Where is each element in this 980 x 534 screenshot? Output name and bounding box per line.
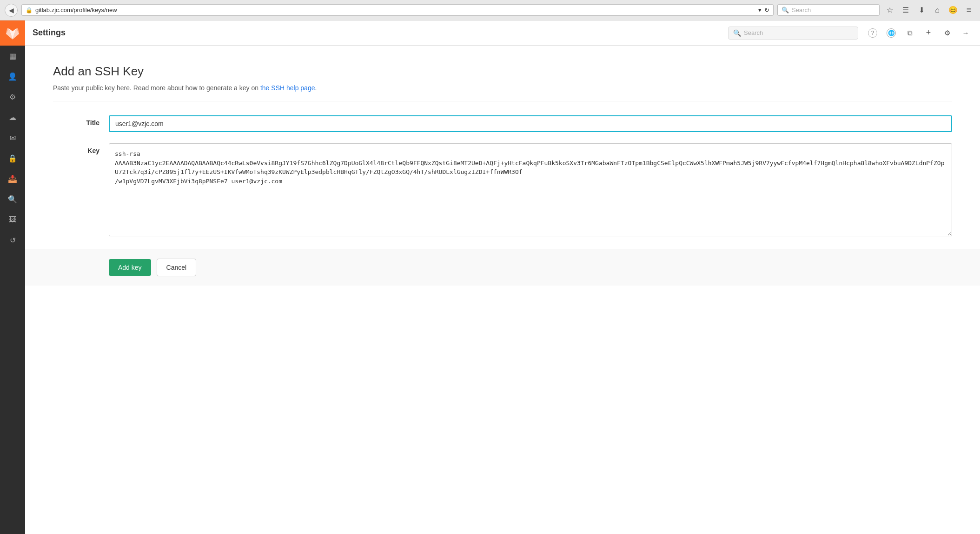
history-icon: ↺: [10, 236, 16, 245]
key-textarea[interactable]: [109, 143, 952, 236]
browser-search-placeholder: Search: [792, 7, 811, 13]
add-key-button[interactable]: Add key: [109, 259, 151, 276]
form-actions-wrapper: Add key Cancel: [25, 249, 980, 286]
refresh-icon[interactable]: ↻: [764, 7, 769, 13]
ssh-help-link[interactable]: the SSH help page: [260, 84, 315, 92]
gear-header-icon[interactable]: ⚙: [940, 26, 954, 40]
browser-toolbar: ☆ ☰ ⬇ ⌂ 😊 ≡: [883, 4, 975, 17]
browser-search-icon: 🔍: [781, 7, 789, 13]
page-header-title: Settings: [33, 28, 66, 38]
top-header: Settings 🔍 ? 🌐 ⧉ + ⚙ →: [25, 20, 980, 46]
search-icon: 🔍: [8, 195, 17, 204]
back-button[interactable]: ◀: [5, 4, 18, 17]
sidebar: ▦ 👤 ⚙ ☁ ✉ 🔒 📥 🔍 🖼 ↺: [0, 20, 25, 534]
download-icon[interactable]: ⬇: [915, 4, 928, 17]
help-circle: ?: [868, 28, 877, 38]
dropdown-icon[interactable]: ▾: [758, 7, 761, 13]
inbox-icon: 📥: [8, 174, 17, 183]
main-area: Settings 🔍 ? 🌐 ⧉ + ⚙ → Add an SSH Key: [25, 20, 980, 534]
dashboard-icon: ▦: [9, 52, 16, 60]
cloud-icon: ☁: [9, 113, 16, 122]
sidebar-item-cloud[interactable]: ☁: [0, 107, 25, 127]
mail-icon: ✉: [10, 134, 16, 142]
key-form-group: Key: [53, 143, 952, 238]
sidebar-item-search[interactable]: 🔍: [0, 189, 25, 209]
title-form-group: Title: [53, 115, 952, 132]
home-icon[interactable]: ⌂: [931, 4, 944, 17]
sidebar-item-profile[interactable]: 👤: [0, 66, 25, 87]
browser-chrome: ◀ 🔒 gitlab.zjc.com/profile/keys/new ▾ ↻ …: [0, 0, 980, 20]
sidebar-item-mail[interactable]: ✉: [0, 127, 25, 148]
list-icon[interactable]: ☰: [899, 4, 912, 17]
form-actions: Add key Cancel: [109, 259, 196, 276]
gitlab-logo-icon: [6, 26, 20, 40]
sidebar-item-inbox[interactable]: 📥: [0, 168, 25, 189]
copy-header-icon[interactable]: ⧉: [903, 26, 917, 40]
page-title: Add an SSH Key: [53, 64, 952, 79]
key-label: Key: [53, 143, 99, 154]
header-icons: ? 🌐 ⧉ + ⚙ →: [866, 26, 973, 40]
header-search[interactable]: 🔍: [728, 27, 858, 40]
page-subtitle: Paste your public key here. Read more ab…: [53, 84, 952, 101]
sidebar-item-settings[interactable]: ⚙: [0, 87, 25, 107]
header-search-input[interactable]: [744, 29, 853, 36]
image-icon: 🖼: [9, 215, 16, 224]
lock-icon: 🔒: [8, 154, 17, 163]
address-bar[interactable]: 🔒 gitlab.zjc.com/profile/keys/new ▾ ↻: [21, 4, 774, 16]
cancel-button[interactable]: Cancel: [157, 259, 197, 276]
profile-icon[interactable]: 😊: [947, 4, 960, 17]
app-layout: ▦ 👤 ⚙ ☁ ✉ 🔒 📥 🔍 🖼 ↺: [0, 20, 980, 534]
sidebar-item-image[interactable]: 🖼: [0, 209, 25, 230]
browser-search-bar[interactable]: 🔍 Search: [777, 4, 880, 16]
subtitle-text-before: Paste your public key here. Read more ab…: [53, 84, 260, 92]
sidebar-item-dashboard[interactable]: ▦: [0, 46, 25, 66]
signout-header-icon[interactable]: →: [959, 26, 973, 40]
help-icon[interactable]: ?: [866, 26, 880, 40]
content-area: Add an SSH Key Paste your public key her…: [25, 46, 980, 534]
globe-icon: 🔒: [26, 7, 33, 13]
header-search-icon: 🔍: [733, 29, 741, 37]
bookmark-icon[interactable]: ☆: [883, 4, 896, 17]
browser-menu-button[interactable]: ≡: [962, 4, 975, 17]
key-control-wrap: [109, 143, 952, 238]
plus-header-icon[interactable]: +: [921, 26, 935, 40]
subtitle-text-after: .: [315, 84, 317, 92]
sidebar-logo[interactable]: [0, 20, 25, 46]
title-control-wrap: [109, 115, 952, 132]
address-text: gitlab.zjc.com/profile/keys/new: [35, 7, 755, 13]
globe-header-icon[interactable]: 🌐: [884, 26, 898, 40]
title-input[interactable]: [109, 115, 952, 132]
globe-circle: 🌐: [887, 28, 896, 38]
sidebar-item-lock[interactable]: 🔒: [0, 148, 25, 168]
title-label: Title: [53, 115, 99, 127]
settings-icon: ⚙: [9, 93, 16, 101]
profile-icon: 👤: [8, 72, 17, 81]
sidebar-item-history[interactable]: ↺: [0, 230, 25, 250]
